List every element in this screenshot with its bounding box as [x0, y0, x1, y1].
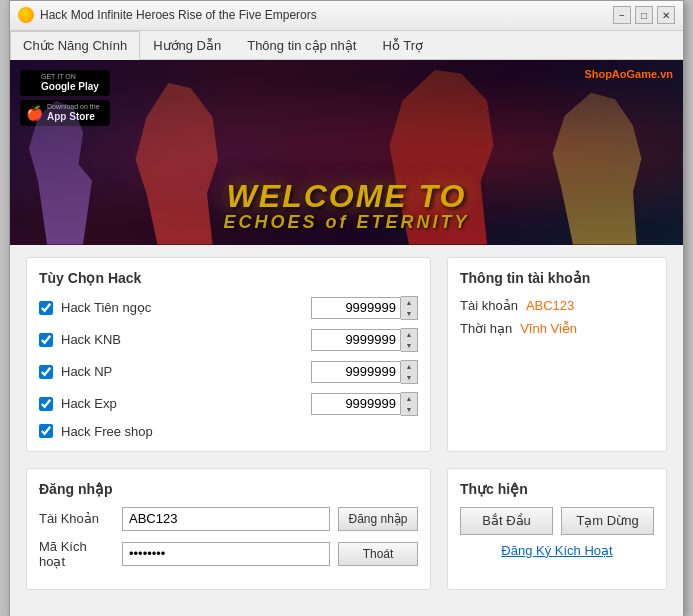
thoat-button[interactable]: Thoát [338, 542, 418, 566]
hack-row-4: Hack Free shop [39, 424, 418, 439]
tam-dung-button[interactable]: Tạm Dừng [561, 507, 654, 535]
top-section: Tùy Chọn Hack Hack Tiên ngọc ▲ ▼ [26, 257, 667, 452]
minimize-button[interactable]: − [613, 6, 631, 24]
hack-value-2[interactable] [311, 361, 401, 383]
menu-bar: Chức Năng Chính Hướng Dẫn Thông tin cập … [10, 31, 683, 60]
hack-checkbox-3[interactable] [39, 397, 53, 411]
spin-up-2[interactable]: ▲ [401, 361, 417, 372]
account-row-expiry: Thời hạn Vĩnh Viễn [460, 321, 654, 336]
tab-huong-dan[interactable]: Hướng Dẫn [140, 31, 234, 59]
hack-label-2: Hack NP [61, 364, 303, 379]
hack-input-wrap-1: ▲ ▼ [311, 328, 418, 352]
title-bar: Hack Mod Infinite Heroes Rise of the Fiv… [10, 1, 683, 31]
login-row-activation: Mã Kích hoạt Thoát [39, 539, 418, 569]
activation-label: Mã Kích hoạt [39, 539, 114, 569]
tab-ho-tro[interactable]: Hỗ Trợ [369, 31, 436, 59]
account-row-name: Tài khoản ABC123 [460, 298, 654, 313]
bat-dau-button[interactable]: Bắt Đầu [460, 507, 553, 535]
banner-welcome-text: WELCOME TO [227, 178, 467, 215]
banner-shop-label: ShopAoGame.vn [584, 68, 673, 80]
window-title: Hack Mod Infinite Heroes Rise of the Fiv… [40, 8, 613, 22]
spin-down-3[interactable]: ▼ [401, 404, 417, 415]
username-label: Tài Khoản [39, 511, 114, 526]
spinners-0: ▲ ▼ [401, 296, 418, 320]
hack-label-3: Hack Exp [61, 396, 303, 411]
google-play-badge[interactable]: ▶ GET IT ON Google Play [20, 70, 110, 96]
action-buttons-row: Bắt Đầu Tạm Dừng [460, 507, 654, 535]
hack-value-1[interactable] [311, 329, 401, 351]
main-content: Tùy Chọn Hack Hack Tiên ngọc ▲ ▼ [10, 245, 683, 602]
hack-checkbox-0[interactable] [39, 301, 53, 315]
action-title: Thực hiện [460, 481, 654, 497]
hack-row-0: Hack Tiên ngọc ▲ ▼ [39, 296, 418, 320]
close-button[interactable]: ✕ [657, 6, 675, 24]
hack-value-0[interactable] [311, 297, 401, 319]
hack-options-panel: Tùy Chọn Hack Hack Tiên ngọc ▲ ▼ [26, 257, 431, 452]
tab-chuc-nang[interactable]: Chức Năng Chính [10, 31, 140, 60]
tai-khoan-label: Tài khoản [460, 298, 518, 313]
spin-up-3[interactable]: ▲ [401, 393, 417, 404]
login-button[interactable]: Đăng nhập [338, 507, 418, 531]
spin-down-0[interactable]: ▼ [401, 308, 417, 319]
banner-subtitle-text: ECHOES of ETERNITY [223, 212, 469, 233]
hack-value-3[interactable] [311, 393, 401, 415]
hack-checkbox-4[interactable] [39, 424, 53, 438]
login-title: Đăng nhập [39, 481, 418, 497]
bottom-section: Đăng nhập Tài Khoản Đăng nhập Mã Kích ho… [26, 468, 667, 590]
bottom-spacer [10, 602, 683, 616]
account-title: Thông tin tài khoản [460, 270, 654, 286]
tab-thong-tin[interactable]: Thông tin cập nhật [234, 31, 369, 59]
login-panel: Đăng nhập Tài Khoản Đăng nhập Mã Kích ho… [26, 468, 431, 590]
hack-input-wrap-0: ▲ ▼ [311, 296, 418, 320]
spinners-1: ▲ ▼ [401, 328, 418, 352]
thoi-han-label: Thời hạn [460, 321, 512, 336]
hack-row-2: Hack NP ▲ ▼ [39, 360, 418, 384]
hack-input-wrap-2: ▲ ▼ [311, 360, 418, 384]
tai-khoan-value: ABC123 [526, 298, 574, 313]
hack-checkbox-1[interactable] [39, 333, 53, 347]
hack-section-title: Tùy Chọn Hack [39, 270, 418, 286]
hack-row-3: Hack Exp ▲ ▼ [39, 392, 418, 416]
spin-up-0[interactable]: ▲ [401, 297, 417, 308]
login-row-username: Tài Khoản Đăng nhập [39, 507, 418, 531]
app-icon [18, 7, 34, 23]
hack-input-wrap-3: ▲ ▼ [311, 392, 418, 416]
spin-down-2[interactable]: ▼ [401, 372, 417, 383]
google-play-icon: ▶ [26, 75, 37, 91]
banner: ▶ GET IT ON Google Play 🍎 Download on th… [10, 60, 683, 245]
spinners-2: ▲ ▼ [401, 360, 418, 384]
spin-down-1[interactable]: ▼ [401, 340, 417, 351]
thoi-han-value: Vĩnh Viễn [520, 321, 577, 336]
activation-input[interactable] [122, 542, 330, 566]
hack-label-1: Hack KNB [61, 332, 303, 347]
hack-checkbox-2[interactable] [39, 365, 53, 379]
maximize-button[interactable]: □ [635, 6, 653, 24]
spinners-3: ▲ ▼ [401, 392, 418, 416]
hack-label-0: Hack Tiên ngọc [61, 300, 303, 315]
hack-label-4: Hack Free shop [61, 424, 418, 439]
main-window: Hack Mod Infinite Heroes Rise of the Fiv… [9, 0, 684, 616]
register-link[interactable]: Đăng Ký Kích Hoạt [460, 543, 654, 558]
action-panel: Thực hiện Bắt Đầu Tạm Dừng Đăng Ký Kích … [447, 468, 667, 590]
hack-row-1: Hack KNB ▲ ▼ [39, 328, 418, 352]
window-controls: − □ ✕ [613, 6, 675, 24]
account-info-panel: Thông tin tài khoản Tài khoản ABC123 Thờ… [447, 257, 667, 452]
spin-up-1[interactable]: ▲ [401, 329, 417, 340]
username-input[interactable] [122, 507, 330, 531]
